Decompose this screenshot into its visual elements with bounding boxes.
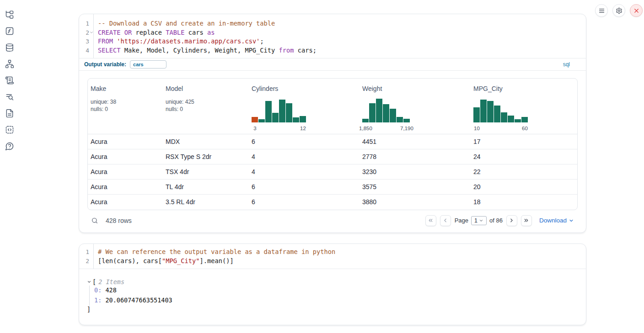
histogram-bar (300, 116, 306, 122)
code-text: # We can reference the output variable a… (93, 248, 335, 257)
column-histogram[interactable] (362, 99, 410, 122)
file-tree-icon[interactable] (5, 10, 14, 19)
item-value: 428 (102, 286, 117, 294)
column-header-model[interactable]: Modelunique: 425nulls: 0 (163, 79, 249, 134)
language-badge: sql (563, 61, 570, 68)
histogram-bar (494, 106, 500, 122)
next-page-button[interactable] (506, 215, 517, 226)
code-line[interactable]: 1-- Download a CSV and create an in-memo… (79, 19, 586, 28)
column-header-weight[interactable]: Weight1,8507,190 (360, 79, 471, 134)
table-row[interactable]: Acura3.5 RL 4dr6388018 (88, 195, 577, 210)
database-icon[interactable] (5, 43, 14, 52)
histogram-bar (258, 119, 265, 122)
sidebar (0, 0, 19, 333)
table-cell: 6 (249, 183, 360, 190)
table-header: Makeunique: 38nulls: 0Modelunique: 425nu… (88, 79, 577, 134)
table-cell: Acura (88, 183, 163, 190)
scratchpad-scroll-icon[interactable] (5, 76, 14, 85)
column-name[interactable]: MPG_City (473, 85, 574, 92)
menu-button[interactable] (595, 4, 608, 17)
first-page-button[interactable] (425, 215, 436, 226)
function-square-icon[interactable] (5, 26, 14, 36)
code-line[interactable]: 2CREATE OR replace TABLE cars as (79, 28, 586, 37)
histogram-axis-labels: 312 (252, 126, 306, 132)
download-button[interactable]: Download (539, 217, 574, 224)
column-histogram[interactable] (252, 100, 306, 122)
table-cell: 22 (471, 168, 577, 175)
column-stats: unique: 425nulls: 0 (166, 98, 246, 113)
column-header-mpg_city[interactable]: MPG_City1060 (471, 79, 577, 134)
page-select[interactable]: 1 (471, 216, 487, 225)
column-name[interactable]: Model (166, 85, 246, 92)
output-variable-input[interactable]: cars (130, 60, 166, 69)
code-text: FROM 'https://datasets.marimo.app/cars.c… (93, 37, 264, 46)
dependency-graph-icon[interactable] (5, 59, 14, 69)
output-tree-root[interactable]: [ 2 Items (87, 278, 586, 285)
histogram-bar (252, 117, 258, 122)
table-cell: 20 (471, 183, 577, 190)
help-chat-icon[interactable] (5, 142, 14, 151)
python-code-editor[interactable]: 1# We can reference the output variable … (79, 244, 586, 269)
line-number: 2 (79, 28, 93, 37)
page-label: Page (455, 217, 468, 224)
column-name[interactable]: Make (91, 85, 160, 92)
download-label: Download (539, 217, 567, 224)
table-cell: 3575 (360, 183, 471, 190)
table-cell: 3230 (360, 168, 471, 175)
code-line[interactable]: 4SELECT Make, Model, Cylinders, Weight, … (79, 46, 586, 55)
histogram-bar (521, 117, 528, 122)
histogram-bar (362, 119, 369, 122)
table-footer: 428 rows Page 1 of 86 Download (87, 210, 578, 226)
window-controls (595, 4, 643, 17)
histogram-bar (279, 100, 285, 122)
code-line[interactable]: 3FROM 'https://datasets.marimo.app/cars.… (79, 37, 586, 46)
histogram-bar (473, 107, 480, 122)
chevron-down-icon[interactable] (87, 280, 91, 284)
column-name[interactable]: Cylinders (252, 85, 357, 92)
table-body: AcuraMDX6445117AcuraRSX Type S 2dr427782… (88, 134, 577, 210)
chevron-down-icon (569, 218, 574, 223)
column-stats: unique: 38nulls: 0 (91, 98, 160, 113)
code-text: -- Download a CSV and create an in-memor… (93, 19, 275, 28)
table-cell: 24 (471, 153, 577, 160)
histogram-bar (383, 104, 389, 122)
table-row[interactable]: AcuraTL 4dr6357520 (88, 180, 577, 195)
table-row[interactable]: AcuraRSX Type S 2dr4277824 (88, 149, 577, 164)
code-line[interactable]: 2[len(cars), cars["MPG_City"].mean()] (79, 257, 586, 266)
code-text: CREATE OR replace TABLE cars as (93, 28, 215, 37)
table-cell: RSX Type S 2dr (163, 153, 249, 160)
column-histogram[interactable] (473, 100, 528, 122)
row-count: 428 rows (106, 217, 132, 224)
histogram-bar (508, 116, 514, 122)
search-icon[interactable] (91, 217, 98, 224)
chevron-down-icon (479, 218, 483, 223)
table-cell: 3.5 RL 4dr (163, 198, 249, 206)
table-cell: TL 4dr (163, 183, 249, 190)
code-line[interactable]: 1# We can reference the output variable … (79, 248, 586, 257)
table-cell: Acura (88, 198, 163, 206)
table-cell: 2778 (360, 153, 471, 160)
prev-page-button[interactable] (440, 215, 451, 226)
close-bracket: ] (87, 306, 586, 313)
histogram-bar (403, 119, 410, 122)
column-header-make[interactable]: Makeunique: 38nulls: 0 (88, 79, 163, 134)
table-row[interactable]: AcuraMDX6445117 (88, 134, 577, 149)
output-variable-row: Output variable: cars sql (79, 58, 586, 71)
documentation-file-icon[interactable] (5, 109, 14, 118)
line-number: 2 (79, 257, 93, 266)
column-header-cylinders[interactable]: Cylinders312 (249, 79, 360, 134)
shutdown-button[interactable] (630, 4, 643, 17)
snippets-code-icon[interactable] (5, 125, 14, 134)
logs-search-icon[interactable] (5, 92, 14, 101)
table-cell: 4451 (360, 138, 471, 145)
fold-chevron-icon[interactable] (89, 30, 94, 35)
last-page-button[interactable] (521, 215, 532, 226)
table-row[interactable]: AcuraTSX 4dr4323022 (88, 164, 577, 180)
table-cell: Acura (88, 153, 163, 160)
column-name[interactable]: Weight (362, 85, 468, 92)
item-value: 20.060747663551403 (102, 296, 172, 304)
code-text: [len(cars), cars["MPG_City"].mean()] (93, 257, 234, 266)
settings-button[interactable] (612, 4, 625, 17)
line-number: 1 (79, 19, 93, 28)
sql-code-editor[interactable]: 1-- Download a CSV and create an in-memo… (79, 14, 586, 58)
